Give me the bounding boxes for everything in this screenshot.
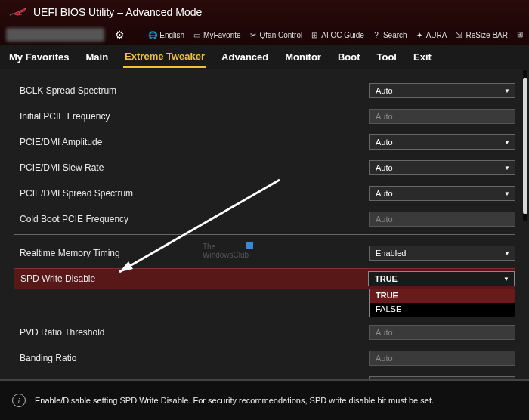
setting-label: Cold Boot PCIE Frequency [14, 214, 369, 224]
setting-row: BCLK Spread SpectrumAuto▼ [14, 80, 515, 101]
scrollbar[interactable] [523, 70, 527, 221]
setting-dropdown[interactable]: Auto [369, 212, 515, 227]
section-divider [14, 234, 515, 235]
setting-dropdown[interactable]: Auto▼ [369, 160, 515, 175]
rog-logo [9, 5, 27, 19]
setting-row: PCIE/DMI Spread SpectrumAuto▼ [14, 183, 515, 204]
spd-write-disable-row[interactable]: SPD Write Disable TRUE ▼ [14, 268, 515, 289]
setting-row: SA PLL Frequency OverrideAuto▼ [14, 373, 515, 379]
star-box-icon: ▭ [192, 30, 201, 39]
tab-exit[interactable]: Exit [412, 47, 433, 67]
chevron-down-icon: ▼ [504, 139, 510, 146]
resize-icon: ⇲ [454, 30, 463, 39]
setting-row: Cold Boot PCIE FrequencyAuto [14, 208, 515, 230]
setting-row: PCIE/DMI Slew RateAuto▼ [14, 157, 515, 178]
chevron-down-icon: ▼ [504, 190, 510, 197]
chevron-down-icon: ▼ [504, 88, 510, 94]
setting-row: Realtime Memory TimingEnabled▼ [14, 242, 515, 264]
chevron-down-icon: ▼ [503, 276, 509, 283]
setting-label: BCLK Spread Spectrum [14, 85, 369, 96]
help-text: Enable/Disable setting SPD Write Disable… [35, 396, 434, 405]
aura-link[interactable]: ✦AURA [415, 30, 447, 39]
myfavorite-link[interactable]: ▭MyFavorite [192, 30, 240, 39]
blurred-info [6, 28, 104, 42]
gear-icon[interactable]: ⚙ [115, 29, 125, 41]
main-nav: My Favorites Main Extreme Tweaker Advanc… [0, 45, 529, 69]
setting-row: Initial PCIE FrequencyAuto [14, 106, 515, 127]
spd-label: SPD Write Disable [14, 273, 368, 284]
resize-link[interactable]: ⇲ReSize BAR [454, 30, 508, 39]
setting-label: PCIE/DMI Slew Rate [14, 162, 369, 173]
setting-label: Initial PCIE Frequency [14, 111, 369, 122]
setting-label: Realtime Memory Timing [14, 248, 369, 258]
search-icon: ? [372, 30, 381, 39]
setting-label: Banding Ratio [14, 353, 369, 363]
spd-options: TRUE FALSE [369, 289, 515, 317]
aura-icon: ✦ [415, 30, 424, 39]
spd-dropdown[interactable]: TRUE ▼ [368, 271, 515, 286]
tab-tool[interactable]: Tool [376, 47, 398, 67]
fan-icon: ✂ [249, 30, 258, 39]
setting-dropdown[interactable]: Auto [369, 325, 515, 340]
more-icon[interactable]: ⊞ [517, 30, 523, 39]
tab-advanced[interactable]: Advanced [220, 47, 270, 67]
setting-dropdown[interactable]: Auto▼ [369, 186, 515, 201]
setting-row: PCIE/DMI AmplitudeAuto▼ [14, 131, 515, 153]
info-icon: i [12, 394, 26, 407]
chevron-down-icon: ▼ [504, 250, 510, 257]
option-false[interactable]: FALSE [370, 303, 515, 317]
tab-extreme-tweaker[interactable]: Extreme Tweaker [123, 46, 206, 68]
scrollbar-thumb[interactable] [523, 78, 527, 214]
option-true[interactable]: TRUE [370, 289, 515, 303]
setting-dropdown[interactable]: Auto [369, 351, 515, 366]
chip-icon: ⊞ [310, 30, 319, 39]
globe-icon: 🌐 [148, 30, 157, 39]
search-link[interactable]: ?Search [372, 30, 407, 39]
setting-label: PCIE/DMI Amplitude [14, 137, 369, 147]
tab-boot[interactable]: Boot [336, 47, 362, 67]
app-title: UEFI BIOS Utility – Advanced Mode [33, 6, 202, 18]
setting-dropdown[interactable]: Auto▼ [369, 134, 515, 150]
setting-row: PVD Ratio ThresholdAuto [14, 322, 515, 343]
setting-row: Banding RatioAuto [14, 347, 515, 369]
setting-label: PCIE/DMI Spread Spectrum [14, 188, 369, 199]
tab-main[interactable]: Main [84, 47, 110, 67]
tab-monitor[interactable]: Monitor [283, 47, 323, 67]
tab-favorites[interactable]: My Favorites [8, 47, 70, 67]
setting-dropdown[interactable]: Enabled▼ [369, 246, 515, 261]
language-select[interactable]: 🌐English [148, 30, 184, 39]
setting-dropdown[interactable]: Auto [369, 109, 515, 124]
qfan-link[interactable]: ✂Qfan Control [249, 30, 303, 39]
setting-dropdown[interactable]: Auto▼ [369, 83, 515, 98]
aioc-link[interactable]: ⊞AI OC Guide [310, 30, 364, 39]
chevron-down-icon: ▼ [504, 165, 510, 171]
setting-label: PVD Ratio Threshold [14, 327, 369, 338]
